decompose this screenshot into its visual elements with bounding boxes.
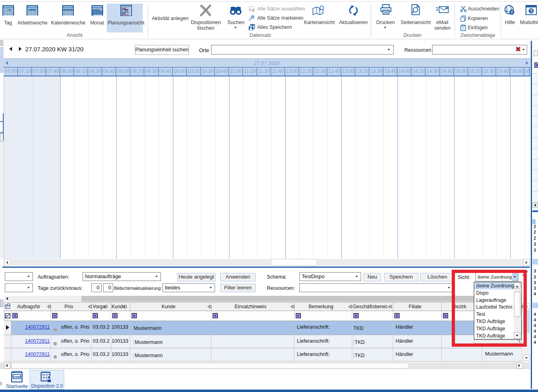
- svg-text:?: ?: [530, 9, 532, 13]
- svg-text:?: ?: [511, 10, 513, 14]
- svg-text:TODAY: TODAY: [12, 375, 22, 379]
